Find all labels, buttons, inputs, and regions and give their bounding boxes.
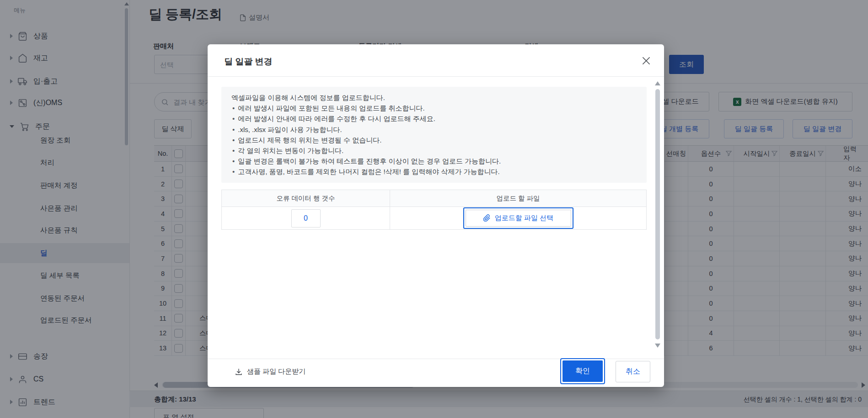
error-count-value: 0	[291, 209, 321, 228]
close-icon[interactable]	[639, 54, 653, 68]
file-select-label: 업로드할 파일 선택	[495, 214, 553, 222]
modal-header: 딜 일괄 변경	[208, 44, 664, 77]
download-icon	[235, 368, 243, 376]
instruction-bullet: 에러 발생시 안내에 따라 에러를 수정한 후 다시 업로드해 주세요.	[231, 113, 637, 124]
instruction-bullet: 에러 발생시 파일에 포함된 모든 내용의 업로드를 취소합니다.	[231, 103, 637, 113]
confirm-button[interactable]: 확인	[563, 360, 603, 382]
bulk-edit-modal: 딜 일괄 변경 엑셀파일을 이용해 시스템에 정보를 업로드합니다. 에러 발생…	[208, 44, 664, 387]
modal-scroll-up-icon[interactable]	[655, 81, 660, 85]
modal-instructions-list: 에러 발생시 파일에 포함된 모든 내용의 업로드를 취소합니다.에러 발생시 …	[231, 103, 637, 177]
upload-table-body: 0 업로드할 파일 선택	[222, 207, 646, 229]
modal-scrollbar-thumb[interactable]	[655, 89, 660, 339]
instruction-bullet: 업로드시 제목 행의 위치는 변경될 수 없습니다.	[231, 135, 637, 145]
modal-title: 딜 일괄 변경	[224, 56, 273, 68]
upload-table-header: 오류 데이터 행 갯수 업로드 할 파일	[222, 190, 646, 207]
confirm-button-focus-ring: 확인	[560, 358, 605, 384]
upload-file-header: 업로드 할 파일	[390, 190, 646, 206]
modal-instructions: 엑셀파일을 이용해 시스템에 정보를 업로드합니다. 에러 발생시 파일에 포함…	[221, 87, 647, 183]
upload-table: 오류 데이터 행 갯수 업로드 할 파일 0 업로드할 파일 선택	[221, 190, 647, 230]
app-root: 메뉴 상품 재고 입·출고 (신)	[0, 0, 868, 418]
instruction-bullet: 일괄 변경은 롤백이 불가능 하여 테스트를 진행후 이상이 없는 경우 업로드…	[231, 156, 637, 166]
error-count-header: 오류 데이터 행 갯수	[222, 190, 390, 206]
instructions-intro: 엑셀파일을 이용해 시스템에 정보를 업로드합니다.	[231, 92, 637, 103]
instruction-bullet: .xls, .xlsx 파일이 사용 가능합니다.	[231, 124, 637, 135]
sample-file-download-link[interactable]: 샘플 파일 다운받기	[235, 367, 305, 376]
instruction-bullet: 각 열의 위치는 변동이 가능합니다.	[231, 145, 637, 156]
modal-scroll-down-icon[interactable]	[655, 344, 660, 348]
instruction-bullet: 고객사명, 품명, 바코드를 제외한 나머지 컬럼은 !삭제! 를 입력해야 삭…	[231, 166, 637, 177]
file-select-button[interactable]: 업로드할 파일 선택	[463, 207, 573, 229]
paperclip-icon	[483, 214, 491, 222]
modal-footer: 샘플 파일 다운받기 확인 취소	[208, 359, 664, 387]
cancel-button[interactable]: 취소	[616, 361, 650, 382]
